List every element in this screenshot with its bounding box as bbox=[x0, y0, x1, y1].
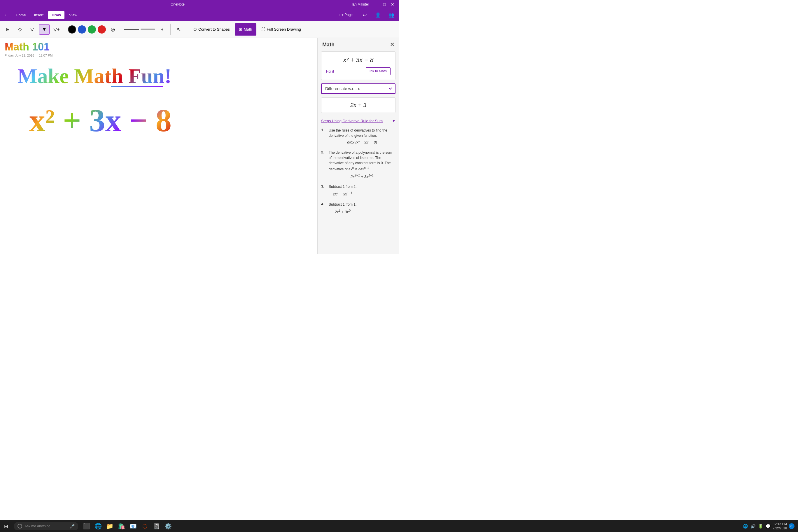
math-panel-title: Math bbox=[322, 42, 335, 48]
step-3-formula: 2x1 + 3x1−1 bbox=[329, 190, 356, 197]
step-1-body: Use the rules of derivatives to find the… bbox=[329, 128, 396, 145]
ribbon-separator-4 bbox=[187, 24, 187, 35]
make-math-fun-text: Make Math Fun! bbox=[18, 64, 171, 88]
note-date-value: Friday, July 22, 2016 bbox=[5, 54, 34, 57]
menu-view[interactable]: View bbox=[65, 11, 81, 19]
more-colors-button[interactable]: ◎ bbox=[108, 24, 118, 35]
step-2: 2. The derivative of a polynomial is the… bbox=[321, 150, 396, 180]
menu-bar: ← Home Insert Draw View + + Page ↩ 👤 👥 bbox=[0, 9, 399, 21]
touch-draw-button[interactable]: ▽+ bbox=[51, 24, 62, 35]
pen-size-medium[interactable] bbox=[140, 28, 155, 30]
ribbon: ⊞ ◇ ▽ ▼ ▽+ ◎ + ↖ ⬡ Convert to Shapes ⊞ M… bbox=[0, 21, 399, 38]
result-display: 2x + 3 bbox=[321, 97, 396, 113]
handwritten-equation: x² + 3x − 8 bbox=[29, 102, 171, 139]
step-1-formula: d/dx (x² + 3x¹ − 8) bbox=[329, 139, 396, 145]
lasso-tool-button[interactable]: ⊞ bbox=[2, 24, 13, 35]
title-bar: OneNote Ian Mikutel – □ ✕ bbox=[0, 0, 399, 9]
note-date: Friday, July 22, 2016 12:07 PM bbox=[5, 54, 53, 57]
ink-to-math-button[interactable]: Ink to Math bbox=[366, 68, 391, 75]
steps-content: 1. Use the rules of derivatives to find … bbox=[318, 126, 399, 222]
highlighter-button[interactable]: ▽ bbox=[27, 24, 37, 35]
step-4-text: Subtract 1 from 1. bbox=[329, 203, 356, 207]
math-panel: Math ✕ x² + 3x − 8 Fix it Ink to Math Di… bbox=[317, 38, 399, 254]
step-3-number: 3. bbox=[321, 184, 326, 197]
user-label: Ian Mikutel bbox=[352, 2, 369, 6]
step-3-text: Subtract 1 from 2. bbox=[329, 185, 356, 189]
convert-shapes-icon: ⬡ bbox=[193, 27, 196, 32]
titlebar-app-name: OneNote bbox=[171, 2, 185, 6]
steps-chevron-icon: ▼ bbox=[392, 119, 396, 123]
fullscreen-label: Full Screen Drawing bbox=[267, 27, 301, 32]
menu-home[interactable]: Home bbox=[12, 11, 30, 19]
back-button[interactable]: ← bbox=[2, 11, 11, 19]
math-icon: ⊞ bbox=[239, 27, 242, 32]
add-page-label: + Page bbox=[342, 13, 353, 17]
minimize-button[interactable]: – bbox=[373, 1, 379, 7]
math-expression-box: x² + 3x − 8 Fix it Ink to Math bbox=[321, 51, 396, 80]
step-2-text: The derivative of a polynomial is the su… bbox=[329, 151, 392, 171]
share-button[interactable]: 👥 bbox=[386, 10, 397, 20]
ribbon-separator-2 bbox=[121, 24, 121, 35]
eraser-button[interactable]: ◇ bbox=[15, 24, 25, 35]
underline-decoration bbox=[111, 86, 163, 87]
step-4-formula: 2x1 + 3x0 bbox=[329, 208, 356, 215]
color-blue[interactable] bbox=[78, 25, 86, 34]
cursor-button[interactable]: ↖ bbox=[173, 24, 184, 35]
close-button[interactable]: ✕ bbox=[390, 1, 396, 7]
color-green[interactable] bbox=[88, 25, 96, 34]
math-button[interactable]: ⊞ Math bbox=[235, 23, 256, 36]
add-page-button[interactable]: + + Page bbox=[334, 12, 356, 19]
steps-title: Steps Using Derivative Rule for Sum bbox=[321, 119, 383, 123]
drawing-canvas[interactable]: Math 101 Friday, July 22, 2016 12:07 PM … bbox=[0, 38, 317, 254]
step-2-number: 2. bbox=[321, 150, 326, 180]
undo-button[interactable]: ↩ bbox=[359, 10, 370, 20]
add-page-icon: + bbox=[338, 13, 340, 17]
pen-button[interactable]: ▼ bbox=[39, 24, 50, 35]
convert-to-shapes-button[interactable]: ⬡ Convert to Shapes bbox=[190, 23, 233, 36]
step-2-formula: 2x2−1 + 3x1−1 bbox=[329, 173, 396, 180]
note-time-value: 12:07 PM bbox=[39, 54, 53, 57]
note-header: Math 101 Friday, July 22, 2016 12:07 PM bbox=[5, 41, 53, 57]
step-4-body: Subtract 1 from 1. 2x1 + 3x0 bbox=[329, 202, 356, 215]
add-pen-button[interactable]: + bbox=[157, 24, 167, 35]
fix-it-link[interactable]: Fix it bbox=[326, 69, 334, 74]
ribbon-separator-3 bbox=[170, 24, 171, 35]
math-actions: Fix it Ink to Math bbox=[326, 68, 391, 75]
ribbon-separator-1 bbox=[65, 24, 65, 35]
step-1: 1. Use the rules of derivatives to find … bbox=[321, 128, 396, 145]
color-black[interactable] bbox=[68, 25, 76, 34]
full-screen-drawing-button[interactable]: ⛶ Full Screen Drawing bbox=[258, 23, 304, 36]
math-label: Math bbox=[244, 27, 252, 32]
steps-header[interactable]: Steps Using Derivative Rule for Sum ▼ bbox=[318, 116, 399, 126]
main-content: Math 101 Friday, July 22, 2016 12:07 PM … bbox=[0, 38, 399, 254]
step-4: 4. Subtract 1 from 1. 2x1 + 3x0 bbox=[321, 202, 396, 215]
step-1-number: 1. bbox=[321, 128, 326, 145]
step-4-number: 4. bbox=[321, 202, 326, 215]
fullscreen-icon: ⛶ bbox=[261, 27, 265, 32]
pen-size-thin[interactable] bbox=[124, 29, 139, 30]
math-formula-display: x² + 3x − 8 bbox=[326, 56, 391, 64]
menu-insert[interactable]: Insert bbox=[31, 11, 47, 19]
titlebar-controls: Ian Mikutel – □ ✕ bbox=[352, 1, 396, 7]
operation-dropdown[interactable]: Differentiate w.r.t. x Integrate w.r.t. … bbox=[321, 83, 396, 94]
step-1-text: Use the rules of derivatives to find the… bbox=[329, 128, 387, 138]
convert-shapes-label: Convert to Shapes bbox=[198, 27, 230, 32]
step-3: 3. Subtract 1 from 2. 2x1 + 3x1−1 bbox=[321, 184, 396, 197]
step-2-body: The derivative of a polynomial is the su… bbox=[329, 150, 396, 180]
maximize-button[interactable]: □ bbox=[381, 1, 387, 7]
user-profile-button[interactable]: 👤 bbox=[373, 10, 383, 20]
step-3-body: Subtract 1 from 2. 2x1 + 3x1−1 bbox=[329, 184, 356, 197]
menu-draw[interactable]: Draw bbox=[48, 11, 64, 19]
color-red[interactable] bbox=[98, 25, 106, 34]
math-panel-header: Math ✕ bbox=[318, 38, 399, 51]
close-panel-button[interactable]: ✕ bbox=[390, 41, 394, 48]
note-title: Math 101 bbox=[5, 41, 53, 53]
